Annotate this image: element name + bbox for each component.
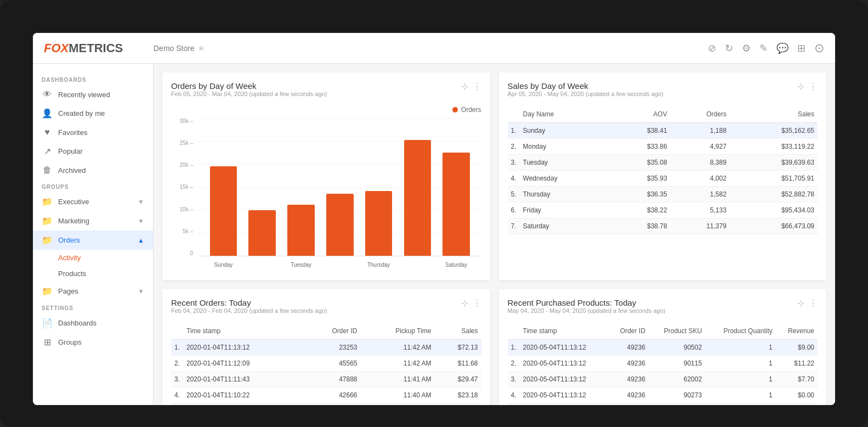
qty-cell: 1	[705, 356, 776, 372]
move-icon[interactable]: ⊹	[797, 298, 804, 308]
chat-icon[interactable]: 💬	[776, 42, 788, 54]
orders-chart-card: Orders by Day of Week Feb 05, 2020 - Mar…	[162, 72, 490, 280]
sidebar-item-groups-settings[interactable]: ⊞ Groups	[33, 333, 153, 352]
bar-label-thursday: Thursday	[367, 262, 390, 268]
row-num: 2.	[508, 139, 520, 155]
orders-cell: 5,133	[671, 203, 730, 218]
header-store[interactable]: Demo Store ≡	[154, 44, 203, 53]
table-row: 3. 2020-05-04T11:13:12 49236 62002 1 $7.…	[508, 372, 818, 387]
app-container: FOXMETRICS Demo Store ≡ ⊘ ↻ ⚙ ✎ 💬 ⊞ ⊙ DA…	[33, 33, 835, 405]
aov-cell: $33.86	[611, 139, 670, 155]
aov-cell: $38.41	[611, 123, 670, 139]
row-num: 6.	[508, 203, 520, 218]
refresh-icon[interactable]: ↻	[725, 42, 733, 54]
row-num: 7.	[508, 218, 520, 234]
pickup-cell: 11:42 AM	[361, 356, 435, 372]
sidebar-group-marketing[interactable]: 📁 Marketing ▼	[33, 211, 153, 231]
sales-chart-title: Sales by Day of Week	[508, 81, 663, 91]
row-num: 2.	[171, 356, 183, 372]
bar-tuesday	[287, 205, 315, 256]
sidebar-item-label: Recently viewed	[58, 91, 110, 99]
sidebar-item-label: Popular	[58, 147, 83, 155]
table-row: 7. Saturday $38.78 11,379 $66,473.09	[508, 218, 818, 234]
sales-cell: $27.27	[435, 403, 481, 406]
sidebar-item-favorites[interactable]: ♥ Favorites	[33, 123, 153, 142]
sidebar-item-archived[interactable]: 🗑 Archived	[33, 161, 153, 179]
document-icon: 📄	[42, 318, 53, 328]
sidebar-subitem-activity[interactable]: Activity	[33, 250, 153, 266]
pickup-cell: 11:42 AM	[361, 340, 435, 356]
sidebar-item-dashboards-settings[interactable]: 📄 Dashboards	[33, 313, 153, 333]
timestamp-cell: 2020-01-04T11:13:12	[183, 340, 305, 356]
logo-metrics-text: METRICS	[69, 41, 123, 55]
bar-wednesday	[326, 194, 354, 256]
col-revenue-header: Revenue	[776, 323, 818, 340]
archive-icon: 🗑	[42, 165, 53, 175]
table-row: 3. Tuesday $35.08 8,389 $39,639.63	[508, 155, 818, 171]
bar-sunday	[210, 166, 237, 256]
dashboards-section-label: DASHBOARDS	[33, 72, 153, 85]
table-row: 5. 2020-01-04T11:10:17 47110 11:40 AM $2…	[171, 403, 481, 406]
sales-table: Day Name AOV Orders Sales 1. Sunday $38.…	[508, 106, 818, 234]
row-num: 3.	[171, 372, 183, 387]
aov-cell: $38.22	[611, 203, 670, 218]
group-label: Orders	[58, 236, 80, 244]
edit-icon[interactable]: ✎	[759, 42, 768, 54]
bar-friday	[404, 140, 432, 256]
grid-small-icon: ⊞	[42, 337, 53, 347]
sidebar-group-orders[interactable]: 📁 Orders ▲	[33, 231, 153, 250]
user-icon[interactable]: ⊙	[814, 41, 824, 55]
sales-cell: $35,162.65	[730, 123, 818, 139]
more-icon[interactable]: ⋮	[809, 298, 818, 308]
revenue-cell: $0.00	[776, 387, 818, 403]
sidebar-group-executive[interactable]: 📁 Executive ▼	[33, 192, 153, 211]
move-icon[interactable]: ⊹	[461, 298, 468, 308]
table-row: 4. Wednesday $35.93 4,002 $51,705.91	[508, 171, 818, 187]
recent-products-subtitle: May 04, 2020 - May 04, 2020 (updated a f…	[508, 307, 666, 314]
table-row: 1. 2020-05-04T11:13:12 49236 90502 1 $9.…	[508, 340, 818, 356]
settings-icon[interactable]: ⚙	[742, 42, 751, 54]
sidebar-subitem-products[interactable]: Products	[33, 266, 153, 282]
more-icon[interactable]: ⋮	[473, 81, 481, 92]
move-icon[interactable]: ⊹	[461, 81, 468, 92]
qty-cell: 1	[705, 387, 776, 403]
recent-products-actions: ⊹ ⋮	[797, 298, 818, 308]
table-row: 3. 2020-01-04T11:11:43 47888 11:41 AM $2…	[171, 372, 481, 387]
group-label: Executive	[58, 198, 89, 206]
sku-cell: 90273	[649, 387, 705, 403]
orders-cell: 11,379	[671, 218, 730, 234]
bars-area: Sunday Tuesday	[198, 118, 481, 256]
products-label: Products	[58, 269, 86, 278]
sidebar-item-popular[interactable]: ↗ Popular	[33, 142, 153, 161]
sidebar-group-pages[interactable]: 📁 Pages ▼	[33, 282, 153, 301]
grid-icon[interactable]: ⊞	[797, 42, 805, 54]
trending-icon: ↗	[42, 146, 53, 156]
col-timestamp-header: Time stamp	[520, 323, 609, 340]
bar-group-monday	[243, 118, 282, 256]
move-icon[interactable]: ⊹	[797, 81, 804, 92]
col-sku-header: Product SKU	[649, 323, 705, 340]
store-name: Demo Store	[154, 44, 195, 53]
recent-products-table: Time stamp Order ID Product SKU Product …	[508, 323, 818, 405]
orders-chart-actions: ⊹ ⋮	[461, 81, 481, 92]
main-layout: DASHBOARDS 👁 Recently viewed 👤 Created b…	[33, 64, 835, 405]
table-row: 1. Sunday $38.41 1,188 $35,162.65	[508, 123, 818, 139]
more-icon[interactable]: ⋮	[809, 81, 818, 92]
sidebar-item-created[interactable]: 👤 Created by me	[33, 104, 153, 123]
aov-cell: $38.78	[611, 218, 670, 234]
col-sales-header: Sales	[435, 323, 481, 340]
bar-group-wednesday	[320, 118, 359, 256]
day-cell: Monday	[520, 139, 611, 155]
timestamp-cell: 2020-01-04T11:10:17	[183, 403, 305, 406]
sidebar-item-recently-viewed[interactable]: 👁 Recently viewed	[33, 85, 153, 104]
sales-cell: $51,705.91	[730, 171, 818, 187]
col-num-header	[508, 323, 520, 340]
filter-icon: ≡	[199, 44, 203, 53]
table-row: 5. 2020-05-04T11:13:12 49236 90374 1 $1.…	[508, 403, 818, 406]
no-signal-icon[interactable]: ⊘	[708, 42, 716, 54]
recent-products-title: Recent Purchased Products: Today	[508, 298, 666, 307]
recent-orders-subtitle: Feb 04, 2020 - Feb 04, 2020 (updated a f…	[171, 307, 327, 314]
qty-cell: 1	[705, 340, 776, 356]
more-icon[interactable]: ⋮	[473, 298, 481, 308]
orders-cell: 4,002	[671, 171, 730, 187]
